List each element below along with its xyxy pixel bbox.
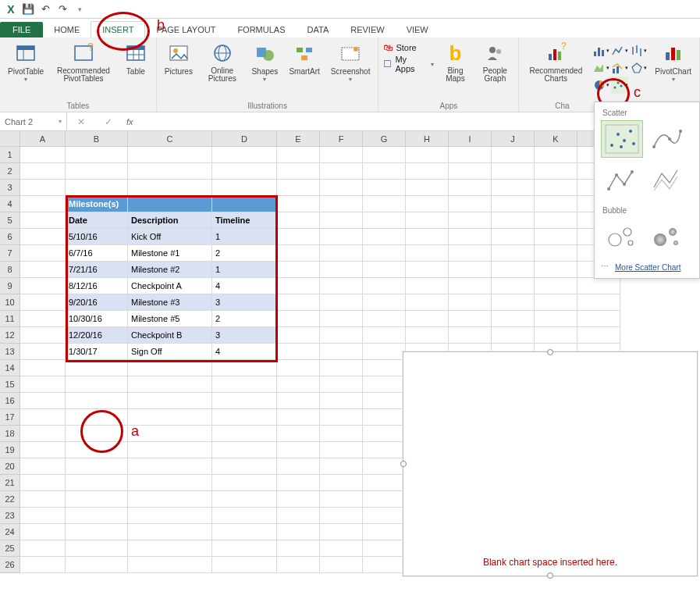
cell[interactable]	[320, 360, 363, 376]
cell[interactable]	[212, 458, 277, 475]
smartart-button[interactable]: SmartArt	[286, 39, 322, 77]
cell[interactable]	[212, 442, 277, 458]
cell[interactable]	[363, 491, 406, 508]
cell[interactable]	[277, 360, 320, 376]
cell[interactable]	[320, 458, 363, 475]
cell[interactable]	[449, 278, 492, 294]
scatter-smooth-option[interactable]	[646, 120, 688, 158]
cell[interactable]	[535, 245, 577, 262]
cell[interactable]	[320, 426, 363, 442]
cell[interactable]	[20, 344, 66, 360]
cell[interactable]	[277, 426, 320, 442]
cell[interactable]	[212, 180, 277, 196]
cell[interactable]	[212, 508, 277, 524]
cell[interactable]	[128, 393, 212, 409]
cell[interactable]	[363, 229, 406, 245]
cell[interactable]: Timeline	[212, 212, 277, 229]
cell[interactable]: 2	[212, 311, 277, 327]
scatter-chart-button[interactable]: ▾	[611, 77, 628, 94]
cell[interactable]: 1/30/17	[66, 344, 128, 360]
cell[interactable]: 8/12/16	[66, 278, 128, 294]
save-icon[interactable]: 💾	[20, 2, 36, 17]
cell[interactable]	[66, 475, 128, 491]
cell[interactable]	[492, 163, 535, 180]
cell[interactable]: 4	[212, 344, 277, 360]
cell[interactable]	[20, 262, 66, 278]
column-header[interactable]: J	[492, 131, 535, 147]
pie-chart-button[interactable]: ▾	[592, 77, 609, 94]
cell[interactable]	[128, 360, 212, 376]
cell[interactable]	[406, 278, 449, 294]
online-pictures-button[interactable]: Online Pictures	[201, 39, 244, 84]
cell[interactable]	[449, 262, 492, 278]
cell[interactable]	[449, 163, 492, 180]
cell[interactable]	[66, 393, 128, 409]
cell[interactable]: Milestone #2	[128, 262, 212, 278]
cell[interactable]	[66, 557, 128, 573]
cell[interactable]: Milestone #1	[128, 245, 212, 262]
peoplegraph-button[interactable]: People Graph	[476, 39, 513, 84]
cell[interactable]	[128, 475, 212, 491]
cell[interactable]	[277, 491, 320, 508]
cell[interactable]	[320, 229, 363, 245]
cell[interactable]	[406, 147, 449, 163]
cell[interactable]	[363, 393, 406, 409]
cell[interactable]	[363, 409, 406, 426]
cell[interactable]	[212, 196, 277, 212]
pivottable-button[interactable]: PivotTable ▾	[5, 39, 47, 84]
row-header[interactable]: 9	[0, 278, 20, 294]
cell[interactable]	[277, 376, 320, 393]
cell[interactable]	[128, 147, 212, 163]
cell[interactable]	[535, 180, 577, 196]
cell[interactable]	[406, 294, 449, 311]
tab-home[interactable]: HOME	[43, 22, 91, 37]
cell[interactable]	[577, 294, 620, 311]
cell[interactable]	[363, 163, 406, 180]
cell[interactable]	[128, 180, 212, 196]
cell[interactable]	[492, 229, 535, 245]
cell[interactable]	[277, 262, 320, 278]
cell[interactable]: 3	[212, 327, 277, 344]
cell[interactable]	[20, 327, 66, 344]
row-header[interactable]: 11	[0, 311, 20, 327]
more-scatter-charts-link[interactable]: More Scatter Chart	[598, 260, 696, 272]
row-header[interactable]: 19	[0, 442, 20, 458]
cell[interactable]	[212, 393, 277, 409]
cell[interactable]	[535, 278, 577, 294]
cell[interactable]	[277, 475, 320, 491]
cell[interactable]	[66, 180, 128, 196]
cell[interactable]	[320, 491, 363, 508]
tab-view[interactable]: VIEW	[396, 22, 439, 37]
cell[interactable]	[535, 196, 577, 212]
cell[interactable]	[128, 540, 212, 557]
radar-chart-button[interactable]: ▾	[630, 59, 647, 77]
cell[interactable]	[212, 163, 277, 180]
cell[interactable]	[277, 393, 320, 409]
cell[interactable]	[363, 311, 406, 327]
cell[interactable]	[277, 245, 320, 262]
scatter-smooth-lines-option[interactable]	[601, 162, 643, 200]
cell[interactable]	[320, 196, 363, 212]
row-header[interactable]: 15	[0, 376, 20, 393]
cell[interactable]	[212, 409, 277, 426]
column-header[interactable]: H	[406, 131, 449, 147]
screenshot-button[interactable]: Screenshot ▾	[328, 39, 374, 84]
cell[interactable]	[277, 163, 320, 180]
cell[interactable]	[128, 458, 212, 475]
cell[interactable]	[320, 557, 363, 573]
cell[interactable]	[363, 344, 406, 360]
row-header[interactable]: 5	[0, 212, 20, 229]
cell[interactable]	[320, 163, 363, 180]
scatter-straight-lines-option[interactable]	[646, 162, 688, 200]
cell[interactable]	[277, 180, 320, 196]
cell[interactable]	[320, 212, 363, 229]
cell[interactable]	[406, 180, 449, 196]
cell[interactable]	[20, 311, 66, 327]
cell[interactable]	[363, 360, 406, 376]
cell[interactable]	[212, 491, 277, 508]
cell[interactable]	[577, 311, 620, 327]
cell[interactable]	[212, 426, 277, 442]
cell[interactable]	[320, 311, 363, 327]
cell[interactable]	[492, 245, 535, 262]
cell[interactable]	[277, 229, 320, 245]
